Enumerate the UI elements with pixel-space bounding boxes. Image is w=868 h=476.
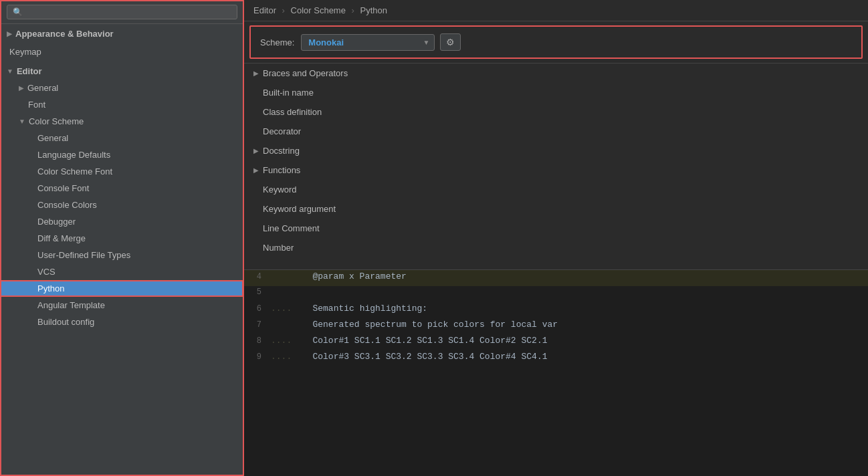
- code-line-5: 5: [244, 286, 868, 302]
- line-number: 4: [244, 272, 271, 281]
- list-item-line-comment[interactable]: Line Comment: [244, 219, 868, 238]
- code-line-4: 4 @param x Parameter: [244, 270, 868, 286]
- code-line-8: 8 .... Color#1 SC1.1 SC1.2 SC1.3 SC1.4 C…: [244, 334, 868, 350]
- sidebar-item-general[interactable]: General: [0, 80, 243, 96]
- sidebar-item-console-colors[interactable]: Console Colors: [0, 197, 243, 213]
- sidebar-item-keymap[interactable]: Keymap: [0, 42, 243, 62]
- sidebar-item-language-defaults[interactable]: Language Defaults: [0, 146, 243, 163]
- line-number: 8: [244, 336, 271, 346]
- scheme-dropdown-wrap: Monokai Default Darcula ▼: [301, 34, 435, 51]
- sidebar-item-cs-general[interactable]: General: [0, 130, 243, 146]
- line-number: 6: [244, 304, 271, 314]
- code-content: Generated spectrum to pick colors for lo…: [271, 320, 558, 330]
- list-item-keyword[interactable]: Keyword: [244, 180, 868, 199]
- line-number: 7: [244, 320, 271, 330]
- search-bar[interactable]: [0, 0, 244, 24]
- code-content: .... Color#3 SC3.1 SC3.2 SC3.3 SC3.4 Col…: [271, 352, 547, 362]
- chevron-right-icon: [253, 147, 259, 154]
- search-input[interactable]: [7, 5, 237, 19]
- scheme-label: Scheme:: [260, 37, 294, 47]
- code-content: .... Color#1 SC1.1 SC1.2 SC1.3 SC1.4 Col…: [271, 336, 547, 346]
- code-line-6: 6 .... Semantic highlighting:: [244, 302, 868, 318]
- sidebar-item-python[interactable]: Python: [0, 280, 243, 297]
- breadcrumb-python: Python: [360, 5, 387, 15]
- list-item-functions[interactable]: Functions: [244, 160, 868, 180]
- list-item-class-def[interactable]: Class definition: [244, 102, 868, 122]
- breadcrumb: Editor › Color Scheme › Python: [244, 0, 868, 21]
- code-line-7: 7 Generated spectrum to pick colors for …: [244, 318, 868, 334]
- sidebar-item-buildout[interactable]: Buildout config: [0, 314, 243, 330]
- chevron-right-icon: [19, 84, 24, 92]
- chevron-down-icon: [19, 118, 25, 125]
- code-line-9: 9 .... Color#3 SC3.1 SC3.2 SC3.3 SC3.4 C…: [244, 350, 868, 366]
- list-item-number[interactable]: Number: [244, 238, 868, 257]
- list-item-docstring[interactable]: Docstring: [244, 141, 868, 160]
- line-number: 9: [244, 352, 271, 362]
- sidebar: Appearance & Behavior Keymap Editor Gene…: [0, 0, 244, 476]
- sidebar-item-user-defined[interactable]: User-Defined File Types: [0, 247, 243, 263]
- list-item-decorator[interactable]: Decorator: [244, 122, 868, 141]
- items-panel: Braces and Operators Built-in name Class…: [244, 63, 868, 269]
- sidebar-item-font[interactable]: Font: [0, 96, 243, 113]
- breadcrumb-color-scheme: Color Scheme: [291, 5, 346, 15]
- sidebar-item-vcs[interactable]: VCS: [0, 263, 243, 280]
- sidebar-item-angular[interactable]: Angular Template: [0, 297, 243, 314]
- gear-button[interactable]: ⚙: [440, 33, 461, 51]
- sidebar-item-cs-font[interactable]: Color Scheme Font: [0, 163, 243, 180]
- code-content: @param x Parameter: [271, 271, 407, 281]
- sidebar-item-debugger[interactable]: Debugger: [0, 213, 243, 230]
- line-number: 5: [244, 287, 271, 297]
- right-panel: Editor › Color Scheme › Python Scheme: M…: [244, 0, 868, 476]
- sidebar-item-console-font[interactable]: Console Font: [0, 180, 243, 197]
- list-item-builtin[interactable]: Built-in name: [244, 83, 868, 102]
- sidebar-item-diff-merge[interactable]: Diff & Merge: [0, 230, 243, 247]
- scheme-select[interactable]: Monokai Default Darcula: [301, 34, 435, 51]
- sidebar-item-appearance[interactable]: Appearance & Behavior: [0, 24, 243, 42]
- code-content: .... Semantic highlighting:: [271, 304, 427, 314]
- breadcrumb-editor: Editor: [253, 5, 276, 15]
- sidebar-item-editor[interactable]: Editor: [0, 62, 243, 80]
- chevron-right-icon: [253, 70, 259, 77]
- sidebar-item-colorscheme[interactable]: Color Scheme: [0, 113, 243, 130]
- chevron-down-icon: [7, 68, 13, 75]
- chevron-right-icon: [253, 166, 259, 174]
- scheme-bar: Scheme: Monokai Default Darcula ▼ ⚙: [249, 25, 863, 59]
- list-item-braces[interactable]: Braces and Operators: [244, 64, 868, 83]
- code-preview: 4 @param x Parameter 5 6 .... Semantic h…: [244, 269, 868, 476]
- list-item-keyword-arg[interactable]: Keyword argument: [244, 199, 868, 219]
- chevron-right-icon: [7, 30, 12, 37]
